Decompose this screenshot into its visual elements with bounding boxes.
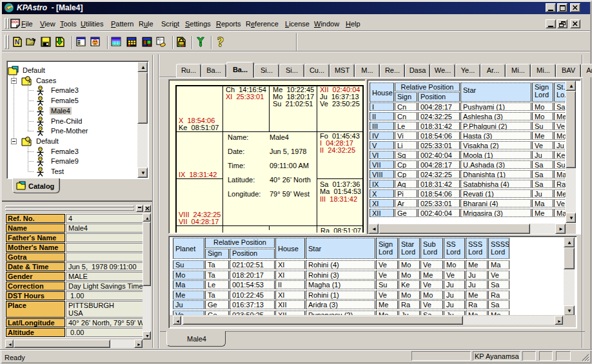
svg-text:DOC: DOC	[12, 20, 19, 24]
svg-text:?: ?	[217, 37, 224, 47]
svg-text:N: N	[15, 39, 19, 46]
